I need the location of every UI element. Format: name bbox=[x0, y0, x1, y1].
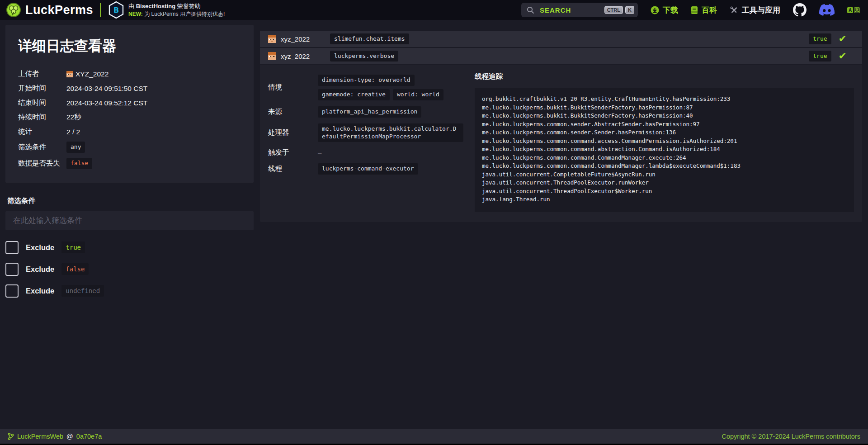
verbose-entry-row-1[interactable]: xyz_2022 slimefun.cheat.items true ✔ bbox=[260, 31, 862, 47]
truncated-label: 数据是否丢失 bbox=[18, 159, 66, 168]
stack-trace-line: me.lucko.luckperms.common.command.abstra… bbox=[482, 145, 847, 154]
end-time-label: 结束时间 bbox=[18, 98, 66, 108]
uploader-value[interactable]: XYZ_2022 bbox=[66, 70, 241, 78]
stack-trace-line: me.lucko.luckperms.common.sender.Sender.… bbox=[482, 128, 847, 137]
search-icon bbox=[527, 6, 534, 14]
truncated-value: false bbox=[66, 158, 241, 169]
page-title: 详细日志查看器 bbox=[18, 37, 241, 56]
sidebar: 详细日志查看器 上传者 XYZ_2022 开始时间 2024-03-24 09:… bbox=[5, 25, 254, 306]
footer-commit: 0a70e7a bbox=[76, 433, 102, 440]
context-label: 情境 bbox=[268, 83, 318, 92]
download-icon bbox=[651, 6, 659, 14]
nav-tools-link[interactable]: 工具与应用 bbox=[730, 5, 780, 15]
player-name: xyz_2022 bbox=[281, 52, 310, 60]
count-label: 统计 bbox=[18, 127, 66, 137]
stack-trace-line: org.bukkit.craftbukkit.v1_20_R3.entity.C… bbox=[482, 95, 847, 104]
player-name: xyz_2022 bbox=[281, 35, 310, 43]
stack-trace-line: me.lucko.luckperms.common.command.Comman… bbox=[482, 162, 847, 170]
exclude-undefined-value: undefined bbox=[61, 285, 104, 297]
entry-detail-panel: 情境 dimension-type: overworld gamemode: c… bbox=[260, 65, 862, 222]
ctrl-keycap: CTRL bbox=[604, 6, 623, 14]
new-tag: NEW: bbox=[128, 11, 143, 17]
translate-button[interactable]: A 文 bbox=[847, 7, 860, 13]
result-badge: true bbox=[809, 33, 831, 45]
brand-title: LuckPerms bbox=[25, 3, 93, 17]
footer-copyright: Copyright © 2017-2024 LuckPerms contribu… bbox=[722, 433, 860, 440]
stack-trace-line: me.lucko.luckperms.common.command.access… bbox=[482, 137, 847, 146]
stack-trace-line: java.util.concurrent.ThreadPoolExecutor.… bbox=[482, 179, 847, 187]
footer: LuckPermsWeb @ 0a70e7a Copyright © 2017-… bbox=[0, 429, 868, 444]
luckperms-clover-logo-icon bbox=[6, 3, 21, 17]
stack-trace-line: me.lucko.luckperms.bukkit.BukkitSenderFa… bbox=[482, 104, 847, 112]
triggered-at-value: — bbox=[318, 149, 463, 156]
origin-value: platform_api_has_permission bbox=[318, 106, 463, 118]
translate-icon: A bbox=[847, 7, 853, 13]
filter-input[interactable] bbox=[5, 211, 254, 230]
exclude-undefined-checkbox[interactable] bbox=[5, 284, 19, 298]
exclude-true-row[interactable]: Exclude true bbox=[5, 241, 254, 254]
end-time-value: 2024-03-24 09:52:12 CST bbox=[66, 99, 241, 107]
player-avatar bbox=[268, 52, 276, 60]
search-label: SEARCH bbox=[540, 6, 571, 14]
processor-value: me.lucko.luckperms.bukkit.calculator.Def… bbox=[318, 123, 463, 142]
processor-label: 处理器 bbox=[268, 128, 318, 137]
exclude-true-checkbox[interactable] bbox=[5, 241, 19, 254]
footer-brand: LuckPermsWeb bbox=[17, 433, 63, 440]
sponsor-line2: NEW: 为 LuckPerms 用户提供特别优惠! bbox=[128, 10, 225, 18]
exclude-undefined-row[interactable]: Exclude undefined bbox=[5, 284, 254, 298]
uploader-avatar bbox=[66, 71, 73, 77]
triggered-at-label: 触发于 bbox=[268, 148, 318, 157]
session-meta: 上传者 XYZ_2022 开始时间 2024-03-24 09:51:50 CS… bbox=[18, 69, 241, 169]
exclude-false-value: false bbox=[61, 263, 89, 275]
k-keycap: K bbox=[625, 6, 634, 14]
discord-icon bbox=[819, 4, 835, 16]
start-time-value: 2024-03-24 09:51:50 CST bbox=[66, 85, 241, 93]
check-icon: ✔ bbox=[839, 51, 847, 61]
uploader-label: 上传者 bbox=[18, 69, 66, 79]
context-values: dimension-type: overworld gamemode: crea… bbox=[318, 75, 463, 100]
nav-download-link[interactable]: 下载 bbox=[651, 5, 678, 15]
book-icon bbox=[691, 6, 698, 14]
github-icon bbox=[793, 3, 807, 17]
nav-actions: SEARCH CTRL K 下载 bbox=[521, 3, 860, 17]
verbose-entry-row-2[interactable]: xyz_2022 luckperms.verbose true ✔ bbox=[260, 48, 862, 64]
exclude-options: Exclude true Exclude false Exclude undef… bbox=[5, 241, 254, 298]
bisecthosting-logo-icon: B bbox=[108, 1, 124, 19]
permission-node: slimefun.cheat.items bbox=[330, 33, 409, 45]
footer-repo-link[interactable]: LuckPermsWeb @ 0a70e7a bbox=[8, 433, 102, 440]
duration-label: 持续时间 bbox=[18, 113, 66, 122]
stack-trace-line: me.lucko.luckperms.common.sender.Abstrac… bbox=[482, 120, 847, 129]
exclude-false-row[interactable]: Exclude false bbox=[5, 263, 254, 276]
stack-trace-line: java.lang.Thread.run bbox=[482, 195, 847, 204]
entry-fields: 情境 dimension-type: overworld gamemode: c… bbox=[268, 75, 469, 175]
tools-icon bbox=[730, 6, 738, 14]
nav-wiki-link[interactable]: 百科 bbox=[691, 5, 717, 15]
origin-label: 来源 bbox=[268, 107, 318, 117]
sponsor-banner[interactable]: B 由 BisectHosting 荣誉赞助 NEW: 为 LuckPerms … bbox=[108, 1, 225, 19]
permission-node: luckperms.verbose bbox=[330, 51, 398, 62]
github-link[interactable] bbox=[793, 3, 807, 17]
brand-home-link[interactable]: LuckPerms bbox=[6, 3, 93, 17]
exclude-false-checkbox[interactable] bbox=[5, 263, 19, 276]
stack-trace-line: java.util.concurrent.ThreadPoolExecutor$… bbox=[482, 187, 847, 196]
nav-divider bbox=[100, 3, 101, 17]
filter-mode-value: any bbox=[66, 142, 241, 153]
check-icon: ✔ bbox=[839, 34, 847, 44]
navbar: LuckPerms B 由 BisectHosting 荣誉赞助 NEW: 为 … bbox=[0, 0, 868, 20]
exclude-true-value: true bbox=[61, 241, 85, 253]
trace-heading: 线程追踪 bbox=[475, 72, 854, 81]
start-time-label: 开始时间 bbox=[18, 84, 66, 93]
thread-value: luckperms-command-executor bbox=[318, 163, 463, 175]
stack-trace: org.bukkit.craftbukkit.v1_20_R3.entity.C… bbox=[475, 88, 854, 212]
session-info-panel: 详细日志查看器 上传者 XYZ_2022 开始时间 2024-03-24 09:… bbox=[5, 25, 254, 183]
sponsor-line1: 由 BisectHosting 荣誉赞助 bbox=[128, 2, 225, 10]
stack-trace-line: java.util.concurrent.CompletableFuture$A… bbox=[482, 170, 847, 179]
git-branch-icon bbox=[8, 433, 14, 440]
player-avatar bbox=[268, 35, 276, 43]
filter-heading: 筛选条件 bbox=[7, 196, 254, 206]
duration-value: 22秒 bbox=[66, 113, 241, 122]
filter-mode-label: 筛选条件 bbox=[18, 142, 66, 152]
search-button[interactable]: SEARCH CTRL K bbox=[521, 3, 638, 17]
thread-label: 线程 bbox=[268, 164, 318, 174]
discord-link[interactable] bbox=[819, 4, 835, 16]
